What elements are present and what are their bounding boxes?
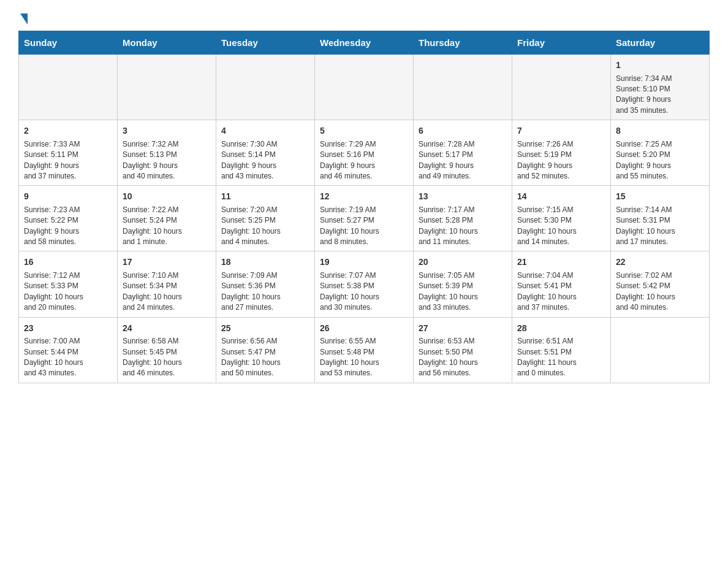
calendar-cell [315, 55, 414, 120]
day-info: Sunrise: 7:26 AMSunset: 5:19 PMDaylight:… [517, 139, 605, 182]
day-number: 24 [123, 323, 211, 335]
day-number: 3 [123, 125, 211, 137]
calendar-cell: 15Sunrise: 7:14 AMSunset: 5:31 PMDayligh… [611, 186, 710, 251]
calendar-table: SundayMondayTuesdayWednesdayThursdayFrid… [18, 31, 710, 383]
weekday-header-wednesday: Wednesday [315, 31, 414, 55]
day-info: Sunrise: 7:28 AMSunset: 5:17 PMDaylight:… [419, 139, 507, 182]
calendar-cell [414, 55, 512, 120]
page-header [18, 12, 710, 25]
day-info: Sunrise: 7:07 AMSunset: 5:38 PMDaylight:… [320, 270, 408, 313]
calendar-cell: 26Sunrise: 6:55 AMSunset: 5:48 PMDayligh… [315, 317, 414, 383]
calendar-cell: 25Sunrise: 6:56 AMSunset: 5:47 PMDayligh… [216, 317, 315, 383]
day-number: 1 [616, 59, 704, 72]
weekday-header-sunday: Sunday [19, 31, 118, 55]
calendar-cell: 6Sunrise: 7:28 AMSunset: 5:17 PMDaylight… [414, 120, 512, 186]
day-number: 25 [221, 323, 309, 335]
calendar-week-2: 2Sunrise: 7:33 AMSunset: 5:11 PMDaylight… [19, 120, 710, 186]
calendar-cell: 14Sunrise: 7:15 AMSunset: 5:30 PMDayligh… [512, 186, 611, 251]
calendar-header-row: SundayMondayTuesdayWednesdayThursdayFrid… [19, 31, 710, 55]
day-info: Sunrise: 7:23 AMSunset: 5:22 PMDaylight:… [24, 205, 112, 248]
calendar-cell: 4Sunrise: 7:30 AMSunset: 5:14 PMDaylight… [216, 120, 315, 186]
day-number: 26 [320, 323, 408, 335]
calendar-week-4: 16Sunrise: 7:12 AMSunset: 5:33 PMDayligh… [19, 251, 710, 317]
day-info: Sunrise: 7:10 AMSunset: 5:34 PMDaylight:… [123, 270, 211, 313]
day-number: 13 [419, 191, 507, 203]
day-info: Sunrise: 6:51 AMSunset: 5:51 PMDaylight:… [517, 336, 605, 379]
day-info: Sunrise: 7:17 AMSunset: 5:28 PMDaylight:… [419, 205, 507, 248]
day-number: 2 [24, 125, 112, 137]
calendar-cell: 27Sunrise: 6:53 AMSunset: 5:50 PMDayligh… [414, 317, 512, 383]
day-number: 6 [419, 125, 507, 137]
day-number: 18 [221, 256, 309, 269]
day-info: Sunrise: 7:09 AMSunset: 5:36 PMDaylight:… [221, 270, 309, 313]
weekday-header-tuesday: Tuesday [216, 31, 315, 55]
day-info: Sunrise: 7:04 AMSunset: 5:41 PMDaylight:… [517, 270, 605, 313]
calendar-cell: 24Sunrise: 6:58 AMSunset: 5:45 PMDayligh… [118, 317, 216, 383]
day-number: 9 [24, 191, 112, 203]
calendar-cell: 11Sunrise: 7:20 AMSunset: 5:25 PMDayligh… [216, 186, 315, 251]
day-number: 5 [320, 125, 408, 137]
day-number: 22 [616, 256, 704, 269]
day-number: 27 [419, 323, 507, 335]
day-number: 17 [123, 256, 211, 269]
day-number: 28 [517, 323, 605, 335]
day-info: Sunrise: 7:32 AMSunset: 5:13 PMDaylight:… [123, 139, 211, 182]
calendar-cell: 18Sunrise: 7:09 AMSunset: 5:36 PMDayligh… [216, 251, 315, 317]
calendar-cell: 12Sunrise: 7:19 AMSunset: 5:27 PMDayligh… [315, 186, 414, 251]
day-info: Sunrise: 7:34 AMSunset: 5:10 PMDaylight:… [616, 74, 704, 117]
calendar-cell [216, 55, 315, 120]
day-info: Sunrise: 7:19 AMSunset: 5:27 PMDaylight:… [320, 205, 408, 248]
weekday-header-monday: Monday [118, 31, 216, 55]
calendar-cell: 7Sunrise: 7:26 AMSunset: 5:19 PMDaylight… [512, 120, 611, 186]
calendar-cell: 28Sunrise: 6:51 AMSunset: 5:51 PMDayligh… [512, 317, 611, 383]
day-info: Sunrise: 6:56 AMSunset: 5:47 PMDaylight:… [221, 336, 309, 379]
calendar-cell: 19Sunrise: 7:07 AMSunset: 5:38 PMDayligh… [315, 251, 414, 317]
day-info: Sunrise: 6:58 AMSunset: 5:45 PMDaylight:… [123, 336, 211, 379]
calendar-cell [611, 317, 710, 383]
day-number: 21 [517, 256, 605, 269]
calendar-cell: 3Sunrise: 7:32 AMSunset: 5:13 PMDaylight… [118, 120, 216, 186]
calendar-cell: 2Sunrise: 7:33 AMSunset: 5:11 PMDaylight… [19, 120, 118, 186]
day-info: Sunrise: 7:15 AMSunset: 5:30 PMDaylight:… [517, 205, 605, 248]
day-info: Sunrise: 7:05 AMSunset: 5:39 PMDaylight:… [419, 270, 507, 313]
day-info: Sunrise: 7:00 AMSunset: 5:44 PMDaylight:… [24, 336, 112, 379]
day-number: 23 [24, 323, 112, 335]
day-number: 8 [616, 125, 704, 137]
day-info: Sunrise: 7:30 AMSunset: 5:14 PMDaylight:… [221, 139, 309, 182]
logo [18, 12, 28, 25]
day-info: Sunrise: 7:22 AMSunset: 5:24 PMDaylight:… [123, 205, 211, 248]
day-info: Sunrise: 7:12 AMSunset: 5:33 PMDaylight:… [24, 270, 112, 313]
day-number: 14 [517, 191, 605, 203]
day-info: Sunrise: 7:25 AMSunset: 5:20 PMDaylight:… [616, 139, 704, 182]
day-number: 15 [616, 191, 704, 203]
calendar-cell: 21Sunrise: 7:04 AMSunset: 5:41 PMDayligh… [512, 251, 611, 317]
day-info: Sunrise: 7:14 AMSunset: 5:31 PMDaylight:… [616, 205, 704, 248]
calendar-week-3: 9Sunrise: 7:23 AMSunset: 5:22 PMDaylight… [19, 186, 710, 251]
calendar-cell: 16Sunrise: 7:12 AMSunset: 5:33 PMDayligh… [19, 251, 118, 317]
day-info: Sunrise: 7:29 AMSunset: 5:16 PMDaylight:… [320, 139, 408, 182]
weekday-header-thursday: Thursday [414, 31, 512, 55]
day-info: Sunrise: 7:20 AMSunset: 5:25 PMDaylight:… [221, 205, 309, 248]
calendar-cell: 20Sunrise: 7:05 AMSunset: 5:39 PMDayligh… [414, 251, 512, 317]
calendar-cell: 10Sunrise: 7:22 AMSunset: 5:24 PMDayligh… [118, 186, 216, 251]
day-info: Sunrise: 6:53 AMSunset: 5:50 PMDaylight:… [419, 336, 507, 379]
day-number: 7 [517, 125, 605, 137]
day-number: 20 [419, 256, 507, 269]
calendar-cell [512, 55, 611, 120]
calendar-cell: 23Sunrise: 7:00 AMSunset: 5:44 PMDayligh… [19, 317, 118, 383]
day-info: Sunrise: 6:55 AMSunset: 5:48 PMDaylight:… [320, 336, 408, 379]
day-number: 12 [320, 191, 408, 203]
logo-arrow-icon [20, 13, 28, 25]
calendar-cell [19, 55, 118, 120]
day-number: 16 [24, 256, 112, 269]
calendar-cell: 1Sunrise: 7:34 AMSunset: 5:10 PMDaylight… [611, 55, 710, 120]
calendar-week-5: 23Sunrise: 7:00 AMSunset: 5:44 PMDayligh… [19, 317, 710, 383]
day-number: 10 [123, 191, 211, 203]
calendar-cell: 13Sunrise: 7:17 AMSunset: 5:28 PMDayligh… [414, 186, 512, 251]
day-number: 11 [221, 191, 309, 203]
calendar-cell: 9Sunrise: 7:23 AMSunset: 5:22 PMDaylight… [19, 186, 118, 251]
weekday-header-friday: Friday [512, 31, 611, 55]
day-number: 4 [221, 125, 309, 137]
day-info: Sunrise: 7:02 AMSunset: 5:42 PMDaylight:… [616, 270, 704, 313]
calendar-cell: 22Sunrise: 7:02 AMSunset: 5:42 PMDayligh… [611, 251, 710, 317]
